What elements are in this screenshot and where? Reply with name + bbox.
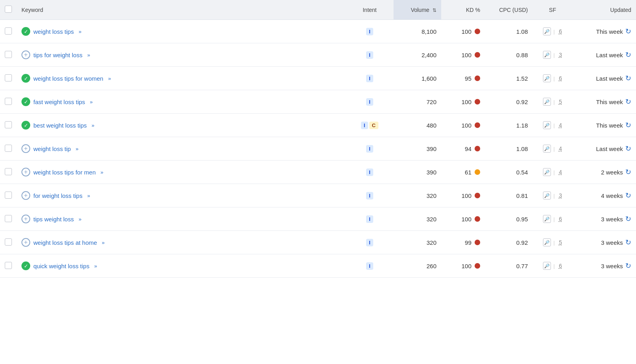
plus-circle-icon: +	[21, 215, 30, 223]
intent-badge: I	[366, 262, 373, 270]
keyword-cell: ✓fast weight loss tips»	[17, 90, 346, 114]
serp-features-icon: 🔎	[543, 192, 551, 199]
kd-difficulty-dot	[475, 52, 480, 58]
keyword-link[interactable]: +weight loss tips at home»	[21, 238, 341, 247]
volume-column-header[interactable]: Volume ⇅	[394, 0, 441, 20]
row-checkbox-cell	[0, 137, 17, 161]
cpc-cell: 1.52	[485, 67, 533, 90]
updated-text: This week	[596, 28, 623, 35]
sort-icon[interactable]: ⇅	[432, 8, 436, 13]
sf-count[interactable]: 3	[557, 192, 562, 199]
keyword-link[interactable]: +tips weight loss»	[21, 215, 341, 223]
row-checkbox[interactable]	[5, 74, 12, 81]
row-checkbox[interactable]	[5, 98, 12, 105]
volume-cell: 720	[394, 90, 441, 114]
intent-cell: I	[346, 207, 394, 231]
keyword-link[interactable]: ✓best weight loss tips»	[21, 121, 341, 130]
check-circle-icon: ✓	[21, 74, 30, 83]
table-row: +for weight loss tips»I3201000.81🔎|34 we…	[0, 184, 636, 207]
kd-difficulty-dot	[475, 169, 480, 175]
keyword-link[interactable]: +weight loss tip»	[21, 144, 341, 153]
kd-difficulty-dot	[475, 76, 480, 81]
row-checkbox[interactable]	[5, 27, 12, 35]
keyword-link[interactable]: +weight loss tips for men»	[21, 168, 341, 176]
refresh-icon[interactable]: ↻	[625, 51, 631, 59]
cpc-cell: 0.92	[485, 231, 533, 254]
volume-cell: 320	[394, 207, 441, 231]
updated-text: Last week	[596, 75, 623, 82]
row-checkbox[interactable]	[5, 215, 12, 222]
serp-features-icon: 🔎	[543, 168, 551, 176]
sf-count[interactable]: 6	[557, 75, 562, 81]
row-checkbox[interactable]	[5, 121, 12, 128]
sf-inner: 🔎|4	[537, 121, 568, 129]
refresh-icon[interactable]: ↻	[625, 168, 631, 176]
keyword-link[interactable]: +for weight loss tips»	[21, 191, 341, 200]
select-all-checkbox[interactable]	[5, 6, 12, 13]
sf-cell: 🔎|6	[533, 254, 572, 278]
sf-count[interactable]: 4	[557, 145, 562, 152]
sf-count[interactable]: 6	[557, 263, 562, 269]
row-checkbox[interactable]	[5, 262, 12, 269]
sf-count[interactable]: 5	[557, 239, 562, 246]
keyword-link[interactable]: ✓weight loss tips for women»	[21, 74, 341, 83]
row-checkbox[interactable]	[5, 238, 12, 246]
sf-count[interactable]: 6	[557, 216, 562, 222]
sf-cell: 🔎|6	[533, 67, 572, 90]
intent-cell: I	[346, 254, 394, 278]
row-checkbox[interactable]	[5, 51, 12, 58]
keyword-table: Keyword Intent Volume ⇅ KD % CPC (USD) S…	[0, 0, 636, 278]
intent-badge: I	[366, 145, 373, 153]
kd-cell: 100	[441, 254, 485, 278]
plus-circle-icon: +	[21, 50, 30, 59]
refresh-icon[interactable]: ↻	[625, 145, 631, 153]
keyword-link[interactable]: ✓quick weight loss tips»	[21, 261, 341, 270]
row-checkbox-cell	[0, 207, 17, 231]
row-checkbox[interactable]	[5, 145, 12, 152]
plus-circle-icon: +	[21, 144, 30, 153]
intent-badge: I	[366, 51, 373, 59]
refresh-icon[interactable]: ↻	[625, 27, 631, 35]
sf-count[interactable]: 5	[557, 99, 562, 105]
keyword-cell: ✓quick weight loss tips»	[17, 254, 346, 278]
refresh-icon[interactable]: ↻	[625, 192, 631, 199]
sf-inner: 🔎|6	[537, 27, 568, 35]
refresh-icon[interactable]: ↻	[625, 74, 631, 82]
intent-cell: I	[346, 137, 394, 161]
intent-cell: I	[346, 43, 394, 67]
keyword-link[interactable]: +tips for weight loss»	[21, 50, 341, 59]
updated-cell: This week↻	[572, 90, 636, 114]
row-checkbox[interactable]	[5, 168, 12, 175]
intent-informational-badge: I	[366, 215, 373, 223]
cpc-cell: 0.88	[485, 43, 533, 67]
refresh-icon[interactable]: ↻	[625, 98, 631, 106]
sf-count[interactable]: 3	[557, 52, 562, 58]
kd-difficulty-dot	[475, 240, 480, 245]
serp-features-icon: 🔎	[543, 98, 551, 106]
keyword-link[interactable]: ✓weight loss tips»	[21, 27, 341, 36]
sf-count[interactable]: 6	[557, 28, 562, 35]
keyword-link[interactable]: ✓fast weight loss tips»	[21, 97, 341, 106]
chevron-right-icon: »	[91, 122, 94, 128]
row-checkbox-cell	[0, 90, 17, 114]
keyword-cell: +weight loss tips for men»	[17, 161, 346, 184]
intent-informational-badge: I	[366, 75, 373, 82]
refresh-icon[interactable]: ↻	[625, 215, 631, 223]
row-checkbox-cell	[0, 20, 17, 43]
refresh-icon[interactable]: ↻	[625, 121, 631, 129]
kd-cell: 61	[441, 161, 485, 184]
intent-badge: I	[366, 28, 373, 35]
kd-value: 100	[461, 99, 471, 105]
kd-difficulty-dot	[475, 122, 480, 128]
intent-informational-badge: I	[366, 28, 373, 35]
volume-cell: 260	[394, 254, 441, 278]
refresh-icon[interactable]: ↻	[625, 262, 631, 270]
sf-count[interactable]: 4	[557, 169, 562, 175]
keyword-cell: +tips for weight loss»	[17, 43, 346, 67]
sf-count[interactable]: 4	[557, 122, 562, 128]
select-all-header[interactable]	[0, 0, 17, 20]
row-checkbox[interactable]	[5, 192, 12, 199]
refresh-icon[interactable]: ↻	[625, 238, 631, 246]
intent-cell: I	[346, 20, 394, 43]
keyword-text: weight loss tips for men	[33, 169, 96, 176]
